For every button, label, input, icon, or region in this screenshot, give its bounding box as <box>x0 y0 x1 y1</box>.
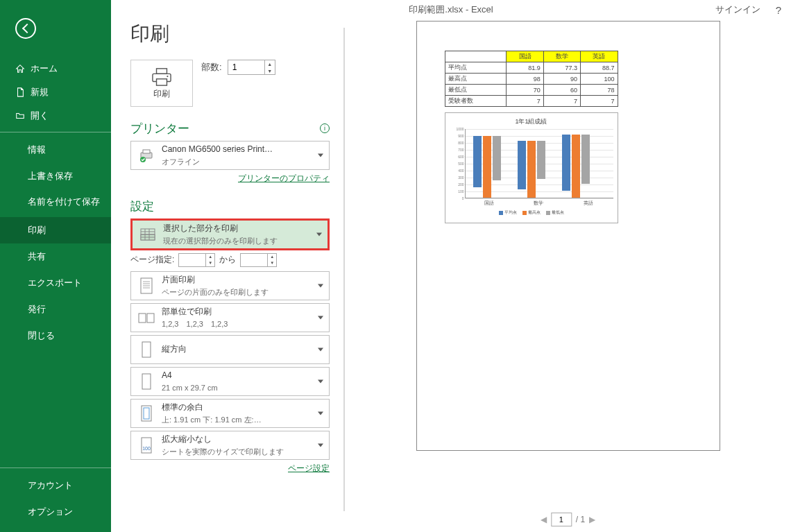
sidebar-new[interactable]: 新規 <box>0 80 111 104</box>
back-button[interactable] <box>15 18 36 39</box>
print-settings-panel: 印刷 印刷 部数: ▲ ▼ <box>111 0 343 532</box>
selection-icon <box>138 225 158 244</box>
sidebar-info[interactable]: 情報 <box>0 137 111 163</box>
svg-text:100: 100 <box>142 446 151 451</box>
sidebar-open[interactable]: 開く <box>0 104 111 128</box>
margins-icon <box>137 404 156 423</box>
svg-rect-19 <box>139 314 146 323</box>
sidebar-account[interactable]: アカウント <box>0 472 111 499</box>
print-scope-dropdown[interactable]: 選択した部分を印刷 現在の選択部分のみを印刷します <box>130 218 330 250</box>
sidebar-export[interactable]: エクスポート <box>0 270 111 296</box>
svg-rect-20 <box>147 314 154 323</box>
collate-icon <box>137 308 156 327</box>
svg-rect-0 <box>157 68 167 73</box>
backstage-sidebar: ホーム 新規 開く 情報 上書き保存 名前を付けて保存 印刷 共有 エクスポート… <box>0 0 111 532</box>
svg-rect-21 <box>142 342 151 357</box>
paper-icon <box>137 372 156 391</box>
pager: ◀ / 1 ▶ <box>541 513 595 526</box>
copies-label: 部数: <box>201 61 222 74</box>
page-to-spinner[interactable]: ▲▼ <box>240 253 277 267</box>
margins-dropdown[interactable]: 標準の余白 上: 1.91 cm 下: 1.91 cm 左:… <box>130 399 330 428</box>
sidebar-close[interactable]: 閉じる <box>0 323 111 349</box>
sidebar-print[interactable]: 印刷 <box>0 217 111 243</box>
pager-next[interactable]: ▶ <box>589 515 595 524</box>
copies-spinner[interactable]: ▲ ▼ <box>228 60 275 75</box>
preview-pane: 国語 数学 英語 平均点81.977.388.7 最高点9890100 最低点7… <box>345 0 791 532</box>
page-range-label: ページ指定: <box>130 254 174 266</box>
page-single-icon <box>137 276 156 295</box>
preview-data-table: 国語 数学 英語 平均点81.977.388.7 最高点9890100 最低点7… <box>445 51 618 107</box>
portrait-icon <box>137 340 156 359</box>
page-heading: 印刷 <box>130 21 330 47</box>
scale-icon: 100 <box>137 436 156 455</box>
sidebar-options[interactable]: オプション <box>0 499 111 525</box>
home-icon <box>15 64 25 74</box>
paper-dropdown[interactable]: A4 21 cm x 29.7 cm <box>130 367 330 396</box>
page-from-spinner[interactable]: ▲▼ <box>178 253 215 267</box>
orientation-dropdown[interactable]: 縦方向 <box>130 335 330 364</box>
sidebar-publish[interactable]: 発行 <box>0 296 111 323</box>
svg-rect-2 <box>157 78 167 85</box>
page-to-input[interactable] <box>241 254 267 266</box>
sidebar-saveas[interactable]: 名前を付けて保存 <box>0 189 111 214</box>
collate-dropdown[interactable]: 部単位で印刷 1,2,3 1,2,3 1,2,3 <box>130 303 330 332</box>
print-button[interactable]: 印刷 <box>130 60 193 107</box>
svg-rect-5 <box>143 150 150 153</box>
pager-current[interactable] <box>551 513 572 526</box>
page-setup-link[interactable]: ページ設定 <box>288 463 330 473</box>
page-range-row: ページ指定: ▲▼ から ▲▼ <box>130 253 330 267</box>
copies-down[interactable]: ▼ <box>265 67 275 74</box>
sidebar-home[interactable]: ホーム <box>0 57 111 80</box>
sidebar-bottom: アカウント オプション <box>0 463 111 525</box>
sidebar-save[interactable]: 上書き保存 <box>0 163 111 189</box>
sidebar-share[interactable]: 共有 <box>0 243 111 270</box>
printer-section-heading: プリンター i <box>130 121 330 137</box>
sides-dropdown[interactable]: 片面印刷 ページの片面のみを印刷します <box>130 271 330 300</box>
printer-properties-link[interactable]: プリンターのプロパティ <box>238 173 330 183</box>
preview-page: 国語 数学 英語 平均点81.977.388.7 最高点9890100 最低点7… <box>416 21 720 451</box>
printer-device-icon <box>137 146 156 165</box>
svg-rect-22 <box>142 374 151 389</box>
copies-up[interactable]: ▲ <box>265 60 275 67</box>
pager-prev[interactable]: ◀ <box>541 515 547 524</box>
scaling-dropdown[interactable]: 100 拡大縮小なし シートを実際のサイズで印刷します <box>130 431 330 460</box>
printer-icon <box>150 67 173 87</box>
printer-info-icon[interactable]: i <box>320 123 330 133</box>
svg-point-3 <box>167 75 168 76</box>
folder-open-icon <box>15 111 25 121</box>
new-doc-icon <box>15 87 25 97</box>
printer-dropdown[interactable]: Canon MG6500 series Print… オフライン <box>130 141 330 170</box>
page-from-input[interactable] <box>179 254 205 266</box>
settings-section-heading: 設定 <box>130 198 330 214</box>
preview-chart: 1年1組成績 01002003004005006007008009001000 … <box>445 112 618 223</box>
copies-input[interactable] <box>228 60 264 74</box>
